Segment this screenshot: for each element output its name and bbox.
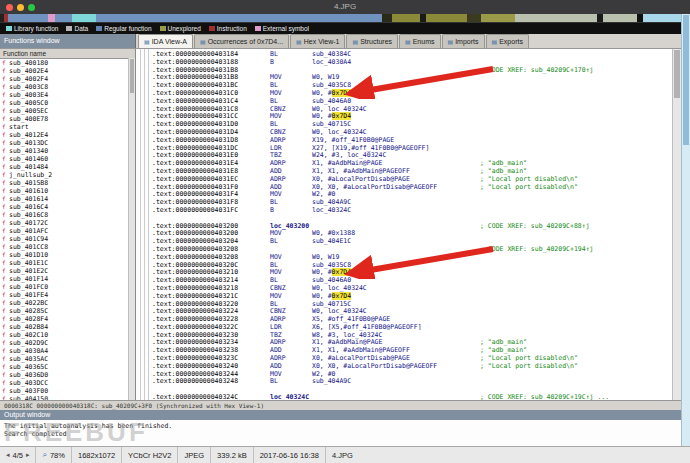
function-list-item[interactable]: fj_nullsub_2	[0, 171, 135, 179]
function-list-item[interactable]: fsub_4002F4	[0, 75, 135, 83]
function-list-item[interactable]: fsub_401340	[0, 147, 135, 155]
function-list-item[interactable]: fsub_401E1C	[0, 259, 135, 267]
function-list-item[interactable]: fsub_400180	[0, 59, 135, 67]
navband-segment[interactable]	[481, 14, 515, 22]
function-list-item[interactable]: fsub_404150	[0, 395, 135, 400]
functions-panel: Function name fsub_400180fsub_4002E4fsub…	[0, 49, 136, 400]
function-list-item[interactable]: fsub_4015B8	[0, 179, 135, 187]
function-list-item[interactable]: fsub_4012E4	[0, 131, 135, 139]
disasm-line[interactable]: .text:00000000004031FCBloc_40324C	[152, 207, 672, 215]
function-list-item[interactable]: fsub_40365C	[0, 363, 135, 371]
function-list-item[interactable]: fsub_401484	[0, 163, 135, 171]
tab-enums[interactable]: ▤Enums	[399, 34, 440, 48]
tab-structures[interactable]: ▤Structures	[346, 34, 398, 48]
function-list-item[interactable]: fsub_4005C0	[0, 99, 135, 107]
function-list-item[interactable]: fsub_401FE4	[0, 291, 135, 299]
disasm-mnemonic: B	[270, 207, 312, 215]
navband-segment[interactable]	[382, 14, 392, 22]
navband-segment[interactable]	[8, 14, 49, 22]
functions-scrollbar[interactable]	[128, 58, 135, 400]
function-icon: f	[2, 251, 6, 259]
tab-label: IDA View-A	[152, 38, 187, 45]
tab-occurrences-of-0x7d4[interactable]: ▤Occurrences of 0x7D4...	[194, 34, 289, 48]
output-window[interactable]: The initial autoanalysis has been finish…	[0, 420, 681, 446]
function-list-item[interactable]: fsub_4003C8	[0, 83, 135, 91]
disasm-comment: ; "Local port disabled\n"	[480, 362, 578, 370]
navband-segment[interactable]	[96, 14, 382, 22]
function-list-item[interactable]: fsub_4005EC	[0, 107, 135, 115]
navband-segment[interactable]	[55, 14, 72, 22]
prev-image-button[interactable]: ◂	[6, 451, 10, 459]
function-list-item[interactable]: fsub_4013DC	[0, 139, 135, 147]
function-list-item[interactable]: fsub_401CC8	[0, 243, 135, 251]
function-name: sub_401E2C	[9, 267, 48, 275]
next-image-button[interactable]: ▸	[26, 451, 30, 459]
function-name: sub_40365C	[9, 363, 48, 371]
function-name: sub_4030A4	[9, 347, 48, 355]
navband-segment[interactable]	[597, 14, 604, 22]
navband-segment[interactable]	[643, 14, 681, 22]
function-list-item[interactable]: fsub_401C94	[0, 235, 135, 243]
function-list-item[interactable]: fsub_4022BC	[0, 299, 135, 307]
function-list-item[interactable]: fsub_401E2C	[0, 267, 135, 275]
function-name-column-header[interactable]: Function name	[0, 49, 135, 59]
navband-segment[interactable]	[515, 14, 597, 22]
function-list-item[interactable]: fsub_403DCC	[0, 379, 135, 387]
function-name: sub_401AFC	[9, 227, 48, 235]
close-button[interactable]	[6, 4, 13, 11]
function-list-item[interactable]: fstart	[0, 123, 135, 131]
function-list-item[interactable]: fsub_402B84	[0, 323, 135, 331]
function-list-item[interactable]: fsub_4035AC	[0, 355, 135, 363]
function-list-item[interactable]: fsub_4002E4	[0, 67, 135, 75]
function-name: sub_4005C0	[9, 99, 48, 107]
scrollbar-thumb[interactable]	[683, 15, 689, 145]
function-list-item[interactable]: fsub_401614	[0, 195, 135, 203]
navband-segment[interactable]	[603, 14, 637, 22]
function-list-item[interactable]: fsub_4036D0	[0, 371, 135, 379]
navband-segment[interactable]	[48, 14, 55, 22]
disasm-line[interactable]: .text:0000000000403248BLsub_404A9C	[152, 378, 672, 386]
navband-segment[interactable]	[72, 14, 96, 22]
function-list-item[interactable]: fsub_401FC0	[0, 283, 135, 291]
navband-segment[interactable]	[426, 14, 467, 22]
navigator-band[interactable]	[0, 14, 681, 23]
function-list-item[interactable]: fsub_4016C4	[0, 203, 135, 211]
function-list-item[interactable]: fsub_4028F4	[0, 315, 135, 323]
function-list-item[interactable]: fsub_4030A4	[0, 347, 135, 355]
window-scrollbar[interactable]	[681, 14, 690, 446]
function-name: j_nullsub_2	[9, 171, 52, 179]
function-list-item[interactable]: fsub_402C10	[0, 331, 135, 339]
function-icon: f	[2, 123, 6, 131]
tab-imports[interactable]: ▤Imports	[442, 34, 485, 48]
minimize-button[interactable]	[17, 4, 24, 11]
tab-hex-view-1[interactable]: ▤Hex View-1	[290, 34, 345, 48]
function-list-item[interactable]: fsub_400E78	[0, 115, 135, 123]
zoom-icon[interactable]: ⌕	[42, 450, 46, 460]
navband-segment[interactable]	[420, 14, 427, 22]
function-list-item[interactable]: fsub_4003E4	[0, 91, 135, 99]
scrollbar-thumb[interactable]	[130, 59, 134, 93]
function-icon: f	[2, 235, 6, 243]
function-list-item[interactable]: fsub_40172C	[0, 219, 135, 227]
function-list: fsub_400180fsub_4002E4fsub_4002F4fsub_40…	[0, 59, 135, 400]
listing-scrollbar[interactable]	[672, 49, 681, 400]
function-list-item[interactable]: fsub_401AFC	[0, 227, 135, 235]
function-list-item[interactable]: fsub_403F00	[0, 387, 135, 395]
navband-segment[interactable]	[467, 14, 481, 22]
function-list-item[interactable]: fsub_401D10	[0, 251, 135, 259]
function-list-item[interactable]: fsub_401460	[0, 155, 135, 163]
scrollbar-thumb[interactable]	[674, 50, 680, 98]
navband-segment[interactable]	[392, 14, 419, 22]
function-list-item[interactable]: fsub_401610	[0, 187, 135, 195]
function-list-item[interactable]: fsub_402D9C	[0, 339, 135, 347]
maximize-button[interactable]	[28, 4, 35, 11]
disasm-line[interactable]: .text:000000000040324Cloc_40324C; CODE X…	[152, 394, 672, 400]
tab-exports[interactable]: ▤Exports	[486, 34, 529, 48]
listing-lines: .text:0000000000403184BLsub_40384C.text:…	[152, 51, 672, 400]
function-list-item[interactable]: fsub_401F14	[0, 275, 135, 283]
function-list-item[interactable]: fsub_40285C	[0, 307, 135, 315]
tab-ida-view-a[interactable]: ▤IDA View-A	[138, 34, 193, 48]
function-list-item[interactable]: fsub_4016C8	[0, 211, 135, 219]
tab-label: Exports	[499, 38, 523, 45]
tab-icon: ▤	[492, 38, 498, 45]
